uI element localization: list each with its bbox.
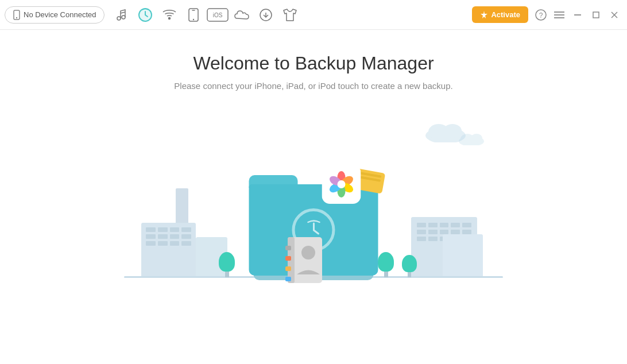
svg-point-44 bbox=[301, 246, 315, 260]
maximize-button[interactable] bbox=[588, 7, 604, 23]
themes-nav-button[interactable] bbox=[279, 4, 301, 26]
svg-point-2 bbox=[117, 17, 121, 20]
music-nav-button[interactable] bbox=[110, 4, 132, 26]
titlebar: No Device Connected bbox=[0, 0, 627, 30]
svg-rect-21 bbox=[593, 12, 599, 18]
help-icon: ? bbox=[535, 9, 547, 21]
nav-icons: iOS bbox=[110, 4, 472, 26]
minimize-icon bbox=[574, 14, 581, 16]
svg-text:?: ? bbox=[539, 11, 543, 20]
wifi-nav-button[interactable] bbox=[158, 4, 180, 26]
cloud-icon bbox=[234, 9, 250, 21]
svg-rect-41 bbox=[285, 256, 291, 261]
building-left-1 bbox=[141, 223, 196, 277]
svg-rect-43 bbox=[285, 277, 291, 281]
download-icon bbox=[259, 8, 273, 22]
cloud-decoration-2 bbox=[457, 131, 486, 145]
clock-icon bbox=[138, 7, 153, 22]
svg-rect-42 bbox=[285, 266, 291, 271]
close-icon bbox=[611, 11, 618, 18]
ios-nav-button[interactable]: iOS bbox=[207, 4, 229, 26]
window-controls: ? bbox=[533, 7, 622, 23]
main-content: Welcome to Backup Manager Please connect… bbox=[0, 30, 627, 364]
svg-point-7 bbox=[169, 17, 171, 19]
svg-text:iOS: iOS bbox=[213, 12, 223, 18]
phone-icon bbox=[187, 8, 200, 22]
minimize-button[interactable] bbox=[570, 7, 586, 23]
svg-point-29 bbox=[471, 134, 482, 143]
contacts-book bbox=[282, 234, 328, 286]
activate-sparkle-icon bbox=[480, 11, 488, 19]
download-nav-button[interactable] bbox=[255, 4, 277, 26]
tree-right-1 bbox=[378, 252, 394, 277]
help-button[interactable]: ? bbox=[533, 7, 549, 23]
svg-line-4 bbox=[121, 12, 125, 13]
photos-icon bbox=[322, 165, 361, 204]
music-icon bbox=[114, 8, 128, 22]
ios-icon: iOS bbox=[207, 8, 229, 22]
tshirt-icon bbox=[282, 8, 297, 22]
wifi-icon bbox=[162, 8, 176, 22]
activate-label: Activate bbox=[491, 10, 520, 19]
svg-point-37 bbox=[338, 180, 346, 188]
tree-right-2 bbox=[402, 255, 417, 277]
illustration bbox=[113, 114, 514, 309]
page-title: Welcome to Backup Manager bbox=[193, 53, 434, 74]
phone-small-icon bbox=[13, 10, 20, 20]
tree-left-1 bbox=[219, 252, 235, 277]
building-right-2 bbox=[443, 234, 483, 277]
svg-point-3 bbox=[122, 16, 125, 19]
device-button[interactable]: No Device Connected bbox=[5, 6, 104, 24]
page-subtitle: Please connect your iPhone, iPad, or iPo… bbox=[174, 81, 452, 91]
svg-point-1 bbox=[16, 17, 17, 18]
device-nav-button[interactable] bbox=[183, 4, 204, 26]
device-label: No Device Connected bbox=[24, 10, 96, 19]
menu-button[interactable] bbox=[551, 7, 567, 23]
svg-point-10 bbox=[193, 18, 194, 20]
activate-button[interactable]: Activate bbox=[472, 6, 528, 23]
close-button[interactable] bbox=[606, 7, 622, 23]
svg-rect-40 bbox=[285, 246, 291, 250]
hamburger-icon bbox=[554, 11, 564, 19]
backup-nav-button[interactable] bbox=[134, 4, 156, 26]
cloud-nav-button[interactable] bbox=[231, 4, 253, 26]
maximize-icon bbox=[593, 11, 599, 18]
